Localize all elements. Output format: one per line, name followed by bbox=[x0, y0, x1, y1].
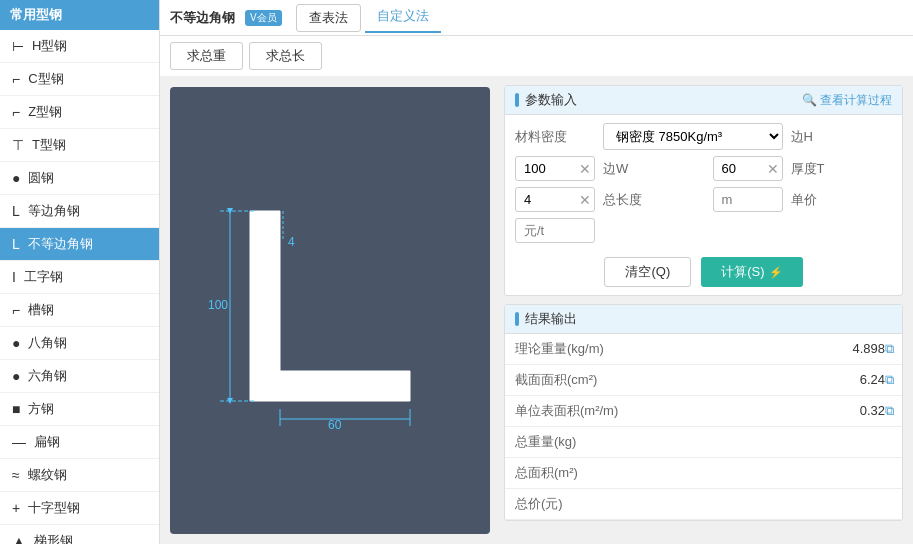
sidebar-header: 常用型钢 bbox=[0, 0, 159, 30]
svg-text:4: 4 bbox=[288, 235, 295, 249]
svg-marker-0 bbox=[250, 211, 410, 401]
sidebar-icon-flat-steel: — bbox=[12, 434, 26, 450]
sidebar-item-equal-angle[interactable]: L等边角钢 bbox=[0, 195, 159, 228]
results-bar-icon bbox=[515, 312, 519, 326]
result-label-5: 总价(元) bbox=[505, 489, 675, 520]
results-table: 理论重量(kg/m) 4.898⧉ 截面面积(cm²) 6.24⧉ 单位表面积(… bbox=[505, 334, 902, 520]
vip-badge: V会员 bbox=[245, 10, 282, 26]
calc-length-button[interactable]: 求总长 bbox=[249, 42, 322, 70]
result-label-2: 单位表面积(m²/m) bbox=[505, 396, 675, 427]
sidebar-item-c-steel[interactable]: ⌐C型钢 bbox=[0, 63, 159, 96]
clear-button[interactable]: 清空(Q) bbox=[604, 257, 691, 287]
sidebar: 常用型钢 ⊢H型钢⌐C型钢⌐Z型钢⊤T型钢●圆钢L等边角钢L不等边角钢I工字钢⌐… bbox=[0, 0, 160, 544]
params-form: 材料密度 钢密度 7850Kg/m³ 边H ✕ 边W bbox=[505, 115, 902, 251]
sidebar-icon-cross-steel: + bbox=[12, 500, 20, 516]
params-section-title: 参数输入 bbox=[525, 91, 577, 109]
edge-w-clear[interactable]: ✕ bbox=[767, 161, 779, 177]
result-row-3: 总重量(kg) bbox=[505, 427, 902, 458]
result-row-0: 理论重量(kg/m) 4.898⧉ bbox=[505, 334, 902, 365]
density-label: 材料密度 bbox=[515, 128, 595, 146]
sidebar-item-channel-steel[interactable]: ⌐槽钢 bbox=[0, 294, 159, 327]
page-title: 不等边角钢 bbox=[170, 9, 235, 27]
sidebar-item-trapezoid-steel[interactable]: ▲梯形钢 bbox=[0, 525, 159, 544]
tab-lookup[interactable]: 查表法 bbox=[296, 4, 361, 32]
btn-row: 清空(Q) 计算(S) ⚡ bbox=[505, 251, 902, 295]
sidebar-label-h-steel: H型钢 bbox=[32, 37, 67, 55]
total-length-wrap bbox=[713, 187, 783, 212]
result-row-4: 总面积(m²) bbox=[505, 458, 902, 489]
result-label-3: 总重量(kg) bbox=[505, 427, 675, 458]
params-section-header: 参数输入 🔍 查看计算过程 bbox=[505, 86, 902, 115]
sidebar-label-octagon-steel: 八角钢 bbox=[28, 334, 67, 352]
edge-w-label: 边W bbox=[603, 160, 705, 178]
l-shape-svg: 100 60 4 bbox=[200, 191, 460, 431]
result-label-1: 截面面积(cm²) bbox=[505, 365, 675, 396]
sidebar-icon-octagon-steel: ● bbox=[12, 335, 20, 351]
density-select[interactable]: 钢密度 7850Kg/m³ bbox=[603, 123, 783, 150]
sidebar-label-flat-steel: 扁钢 bbox=[34, 433, 60, 451]
sidebar-icon-i-steel: I bbox=[12, 269, 16, 285]
sidebar-icon-c-steel: ⌐ bbox=[12, 71, 20, 87]
sidebar-icon-z-steel: ⌐ bbox=[12, 104, 20, 120]
sidebar-icon-equal-angle: L bbox=[12, 203, 20, 219]
sidebar-item-thread-steel[interactable]: ≈螺纹钢 bbox=[0, 459, 159, 492]
copy-icon-0[interactable]: ⧉ bbox=[885, 341, 894, 357]
sidebar-item-z-steel[interactable]: ⌐Z型钢 bbox=[0, 96, 159, 129]
tab-custom[interactable]: 自定义法 bbox=[365, 3, 441, 33]
sidebar-icon-thread-steel: ≈ bbox=[12, 467, 20, 483]
sidebar-item-octagon-steel[interactable]: ●八角钢 bbox=[0, 327, 159, 360]
sidebar-label-z-steel: Z型钢 bbox=[28, 103, 62, 121]
unit-price-label: 单价 bbox=[791, 191, 893, 209]
sidebar-item-square-steel[interactable]: ■方钢 bbox=[0, 393, 159, 426]
edge-h-clear[interactable]: ✕ bbox=[579, 161, 591, 177]
sidebar-icon-channel-steel: ⌐ bbox=[12, 302, 20, 318]
result-label-4: 总面积(m²) bbox=[505, 458, 675, 489]
unit-price-wrap bbox=[515, 218, 595, 243]
sidebar-icon-unequal-angle: L bbox=[12, 236, 20, 252]
params-section: 参数输入 🔍 查看计算过程 材料密度 钢密度 7850Kg/m³ bbox=[504, 85, 903, 296]
sidebar-item-unequal-angle[interactable]: L不等边角钢 bbox=[0, 228, 159, 261]
sidebar-item-hex-steel[interactable]: ●六角钢 bbox=[0, 360, 159, 393]
content-area: 100 60 4 bbox=[160, 77, 913, 544]
density-select-wrap: 钢密度 7850Kg/m³ bbox=[603, 123, 783, 150]
calc-weight-button[interactable]: 求总重 bbox=[170, 42, 243, 70]
sidebar-icon-h-steel: ⊢ bbox=[12, 38, 24, 54]
copy-icon-1[interactable]: ⧉ bbox=[885, 372, 894, 388]
sidebar-label-i-steel: 工字钢 bbox=[24, 268, 63, 286]
copy-icon-2[interactable]: ⧉ bbox=[885, 403, 894, 419]
sidebar-label-channel-steel: 槽钢 bbox=[28, 301, 54, 319]
sidebar-item-round-steel[interactable]: ●圆钢 bbox=[0, 162, 159, 195]
edge-h-wrap: ✕ bbox=[515, 156, 595, 181]
sidebar-label-thread-steel: 螺纹钢 bbox=[28, 466, 67, 484]
total-length-label: 总长度 bbox=[603, 191, 705, 209]
sidebar-item-flat-steel[interactable]: —扁钢 bbox=[0, 426, 159, 459]
result-value-3 bbox=[675, 427, 902, 458]
action-bar: 求总重 求总长 bbox=[160, 36, 913, 77]
sidebar-label-t-steel: T型钢 bbox=[32, 136, 66, 154]
sidebar-item-cross-steel[interactable]: +十字型钢 bbox=[0, 492, 159, 525]
sidebar-item-h-steel[interactable]: ⊢H型钢 bbox=[0, 30, 159, 63]
sidebar-label-round-steel: 圆钢 bbox=[28, 169, 54, 187]
sidebar-label-unequal-angle: 不等边角钢 bbox=[28, 235, 93, 253]
result-value-4 bbox=[675, 458, 902, 489]
results-section-title: 结果输出 bbox=[525, 310, 577, 328]
thickness-wrap: ✕ bbox=[515, 187, 595, 212]
result-value-5 bbox=[675, 489, 902, 520]
sidebar-item-i-steel[interactable]: I工字钢 bbox=[0, 261, 159, 294]
result-label-0: 理论重量(kg/m) bbox=[505, 334, 675, 365]
total-length-input[interactable] bbox=[713, 187, 783, 212]
sidebar-icon-round-steel: ● bbox=[12, 170, 20, 186]
sidebar-label-c-steel: C型钢 bbox=[28, 70, 63, 88]
result-value-2: 0.32⧉ bbox=[675, 396, 902, 427]
sidebar-item-t-steel[interactable]: ⊤T型钢 bbox=[0, 129, 159, 162]
result-value-0: 4.898⧉ bbox=[675, 334, 902, 365]
calc-icon: ⚡ bbox=[769, 266, 783, 279]
unit-price-input[interactable] bbox=[515, 218, 595, 243]
sidebar-label-trapezoid-steel: 梯形钢 bbox=[34, 532, 73, 544]
calculate-button[interactable]: 计算(S) ⚡ bbox=[701, 257, 802, 287]
view-process-link[interactable]: 🔍 查看计算过程 bbox=[802, 92, 892, 109]
thickness-clear[interactable]: ✕ bbox=[579, 192, 591, 208]
main-content: 不等边角钢 V会员 查表法 自定义法 求总重 求总长 100 bbox=[160, 0, 913, 544]
svg-text:60: 60 bbox=[328, 418, 342, 431]
result-row-1: 截面面积(cm²) 6.24⧉ bbox=[505, 365, 902, 396]
